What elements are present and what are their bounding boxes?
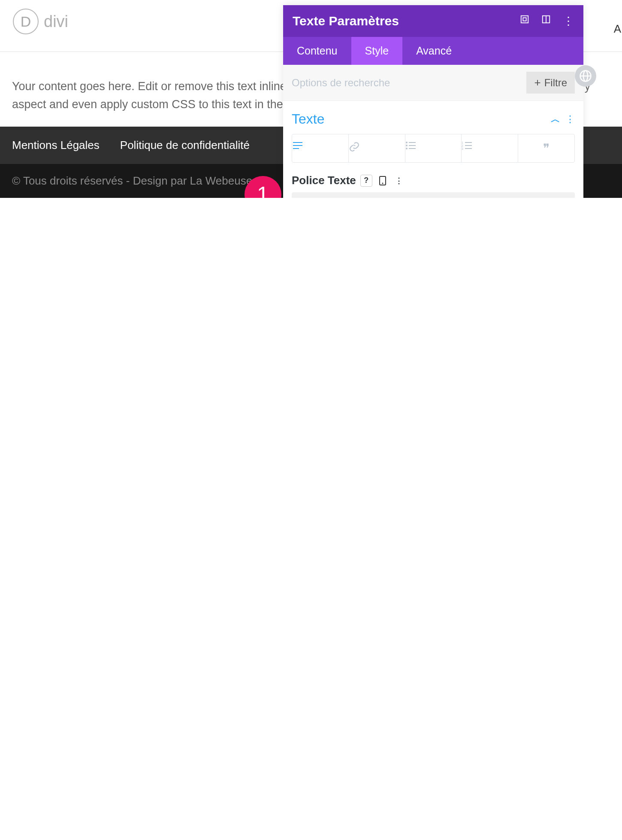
toggle-ol-icon[interactable]: 123	[462, 134, 518, 162]
svg-text:1: 1	[462, 141, 463, 144]
font-label-text: Police Texte	[292, 174, 356, 187]
font-field-label: Police Texte ? ⋮	[292, 174, 575, 187]
field-more-icon[interactable]: ⋮	[393, 175, 405, 187]
columns-icon[interactable]	[541, 15, 551, 28]
filter-label: Filtre	[544, 77, 567, 89]
responsive-icon[interactable]	[377, 175, 389, 187]
divi-logo-mark: D	[13, 9, 39, 34]
panel-header: Texte Paramètres ⋮	[283, 5, 583, 37]
toggle-ul-icon[interactable]	[405, 134, 462, 162]
toggle-paragraph-icon[interactable]	[292, 134, 349, 162]
toggle-quote-icon[interactable]: ❞	[518, 134, 574, 162]
search-options-input[interactable]: Options de recherche	[292, 77, 526, 89]
header-edge-letter: A	[614, 22, 621, 36]
font-select[interactable]: Default ▲▼	[292, 192, 575, 198]
tab-content[interactable]: Contenu	[283, 37, 351, 65]
svg-point-11	[406, 148, 408, 149]
footer-link-privacy[interactable]: Politique de confidentialité	[120, 139, 250, 152]
filter-button[interactable]: +Filtre	[526, 72, 575, 94]
settings-panel: Texte Paramètres ⋮ Contenu Style Avancé …	[283, 5, 583, 198]
footer-link-legal[interactable]: Mentions Légales	[12, 139, 100, 152]
svg-text:2: 2	[462, 144, 463, 147]
text-element-toggle: 123 ❞	[292, 134, 575, 163]
panel-title: Texte Paramètres	[293, 14, 513, 28]
tab-advanced[interactable]: Avancé	[402, 37, 465, 65]
more-icon[interactable]: ⋮	[563, 15, 574, 28]
collapse-icon[interactable]: ︿	[551, 113, 560, 126]
help-icon[interactable]: ?	[360, 175, 372, 187]
svg-point-20	[382, 182, 383, 184]
divi-logo: D divi	[13, 9, 68, 34]
svg-rect-0	[521, 15, 528, 23]
svg-rect-1	[523, 18, 526, 21]
panel-tabs: Contenu Style Avancé	[283, 37, 583, 65]
filter-row: Options de recherche +Filtre	[283, 65, 583, 101]
expand-icon[interactable]	[520, 15, 529, 28]
svg-point-9	[406, 145, 408, 146]
section-title: Texte	[292, 111, 324, 127]
toggle-link-icon[interactable]	[349, 134, 405, 162]
globe-icon[interactable]	[575, 65, 596, 87]
divi-logo-text: divi	[44, 12, 68, 31]
tab-style[interactable]: Style	[351, 37, 403, 65]
svg-text:3: 3	[462, 147, 463, 150]
section-more-icon[interactable]: ⋮	[565, 114, 575, 125]
section-header[interactable]: Texte ︿ ⋮	[292, 109, 575, 134]
svg-point-7	[406, 142, 408, 143]
